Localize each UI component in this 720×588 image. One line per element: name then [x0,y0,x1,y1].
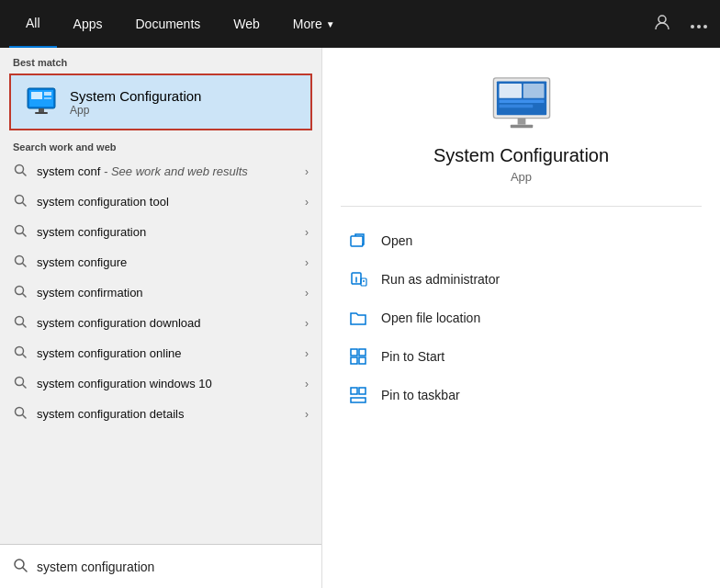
svg-rect-39 [351,236,363,246]
svg-line-24 [23,355,27,358]
svg-rect-35 [499,105,533,108]
app-icon-container [489,75,554,134]
svg-rect-45 [351,357,357,364]
nav-tab-all-label: All [26,16,40,30]
open-file-location-label: Open file location [381,311,480,325]
folder-icon [348,308,368,328]
pin-to-taskbar-label: Pin to taskbar [381,388,460,402]
ellipsis-icon-button[interactable] [687,12,711,36]
search-icon [13,315,28,331]
nav-tab-more[interactable]: More ▼ [276,0,352,48]
pin-to-start-action[interactable]: Pin to Start [341,337,702,376]
user-icon-button[interactable] [650,10,674,38]
search-item-text: system configure [37,255,127,269]
chevron-right-icon: › [305,287,309,300]
chevron-right-icon: › [305,165,309,178]
svg-rect-47 [351,388,357,394]
search-item-text: system configuration tool [37,195,169,209]
search-bar-icon [13,558,28,576]
nav-tab-documents-label: Documents [135,17,200,31]
list-item[interactable]: system configure › [0,247,321,277]
app-large-icon [489,75,554,130]
right-app-type: App [511,170,532,184]
list-item[interactable]: system configuration details › [0,399,321,429]
search-icon [13,254,28,270]
pin-to-taskbar-action[interactable]: Pin to taskbar [341,376,702,414]
search-item-text: system configuration details [37,407,184,421]
chevron-right-icon: › [305,347,309,360]
chevron-right-icon: › [305,378,309,390]
nav-tab-more-label: More [293,17,322,31]
run-as-admin-action[interactable]: Run as administrator [341,260,702,299]
search-icon [13,285,28,300]
svg-point-42 [363,280,365,282]
svg-line-26 [23,385,27,389]
list-item[interactable]: system configuration download › [0,308,321,338]
shield-icon [348,269,368,289]
search-icon [13,376,28,391]
main-container: Best match System Configuration [0,48,720,588]
search-item-text: system configuration [37,225,146,239]
svg-rect-8 [44,97,51,99]
svg-line-14 [23,203,27,207]
search-bar [0,544,321,588]
nav-tab-web-label: Web [233,17,260,31]
svg-point-3 [703,25,707,28]
svg-line-16 [23,233,27,237]
svg-rect-10 [35,112,48,114]
nav-tab-web[interactable]: Web [217,0,276,48]
list-item[interactable]: system configuration tool › [0,187,321,217]
chevron-right-icon: › [305,408,309,421]
svg-line-20 [23,294,27,298]
svg-rect-37 [517,119,525,125]
search-icon [13,194,28,209]
list-item[interactable]: system configuration online › [0,338,321,368]
user-icon [654,14,670,30]
pin-taskbar-icon [348,385,368,405]
best-match-item[interactable]: System Configuration App [9,74,312,130]
divider [341,206,702,207]
nav-right-icons [650,10,711,38]
open-icon [348,231,368,251]
chevron-down-icon: ▼ [326,19,335,29]
best-match-section-label: Best match [0,48,321,74]
svg-rect-48 [359,388,366,394]
nav-tab-apps[interactable]: Apps [57,0,119,48]
svg-rect-38 [510,125,533,129]
chevron-right-icon: › [305,256,309,269]
chevron-right-icon: › [305,196,309,209]
svg-point-1 [691,25,694,28]
svg-rect-7 [44,92,51,96]
nav-tab-documents[interactable]: Documents [118,0,217,48]
svg-rect-9 [39,108,44,112]
search-work-web-label: Search work and web [0,130,321,156]
search-item-text: system configuration online [37,346,182,360]
search-icon [13,224,28,240]
best-match-text: System Configuration App [70,88,201,117]
system-config-icon [24,85,59,119]
open-file-location-action[interactable]: Open file location [341,299,702,337]
best-match-title: System Configuration [70,88,201,104]
list-item[interactable]: system configuration › [0,217,321,247]
ellipsis-icon [691,25,707,28]
chevron-right-icon: › [305,226,309,239]
search-input[interactable] [37,560,309,574]
pin-to-start-label: Pin to Start [381,349,444,364]
top-nav: All Apps Documents Web More ▼ [0,0,720,48]
search-item-text: system confirmation [37,286,143,300]
list-item[interactable]: system configuration windows 10 › [0,368,321,399]
svg-line-22 [23,324,27,328]
chevron-right-icon: › [305,317,309,330]
svg-line-12 [23,173,27,176]
right-panel: System Configuration App Open [321,48,720,588]
list-item[interactable]: system conf - See work and web results › [0,156,321,187]
list-item[interactable]: system confirmation › [0,277,321,308]
nav-tab-all[interactable]: All [9,0,57,48]
open-action[interactable]: Open [341,221,702,260]
svg-rect-49 [351,398,366,402]
search-icon [13,345,28,361]
svg-rect-34 [499,100,544,104]
pin-start-icon [348,346,368,367]
right-app-title: System Configuration [433,145,609,166]
svg-point-2 [697,25,701,28]
